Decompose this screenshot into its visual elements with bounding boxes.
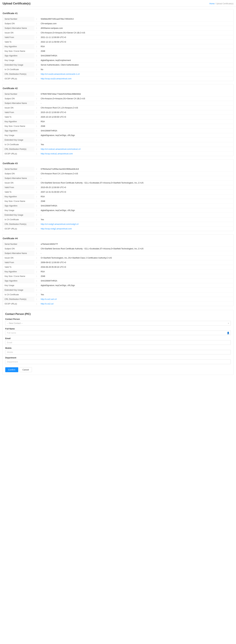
table-row: Is CA Certificate:Yes bbox=[3, 217, 233, 222]
table-row: Subject Alternative Name:- bbox=[3, 101, 233, 106]
table-row: Extended Key Usage:- bbox=[3, 213, 233, 217]
cert-4-field-11-colon: : bbox=[34, 292, 39, 297]
cert-1-field-7-colon: : bbox=[34, 49, 39, 54]
cancel-button[interactable]: Cancel bbox=[20, 367, 32, 372]
cert-3-field-2-value: - bbox=[39, 176, 233, 181]
table-row: Is CA Certificate:Yes bbox=[3, 292, 233, 297]
contact-person-select[interactable]: -- New Contact -- bbox=[5, 321, 231, 326]
table-row: Serial Number:50d0bb285f73351ae076bc7455… bbox=[3, 17, 233, 21]
cert-4-field-2-label: Subject Alternative Name bbox=[3, 251, 34, 256]
cert-4-field-4-colon: : bbox=[34, 260, 39, 265]
cert-3-field-10-label: Extended Key Usage bbox=[3, 213, 34, 217]
cert-2-field-0-colon: : bbox=[34, 92, 39, 96]
cert-4-field-1-label: Subject DN bbox=[3, 246, 34, 251]
cert-4-field-13-value[interactable]: http://o.ss2.us/ bbox=[39, 302, 233, 306]
cert-1-field-3-label: Issuer DN bbox=[3, 30, 34, 35]
cert-1-field-0-label: Serial Number bbox=[3, 17, 34, 21]
cert-1-field-12-colon: : bbox=[34, 72, 39, 76]
cert-4-field-12-value[interactable]: http://s.ss2.us/r.crl bbox=[39, 297, 233, 302]
cert-1-field-2-colon: : bbox=[34, 26, 39, 30]
cert-3-field-12-value[interactable]: http://crl.rootg2.amazontrust.com/rootg2… bbox=[39, 222, 233, 226]
confirm-button[interactable]: Confirm bbox=[5, 367, 18, 372]
cert-3-field-9-label: Key Usage bbox=[3, 208, 34, 213]
cert-1-field-12-value[interactable]: http://crl.sca1b.amazontrust.com/sca1b-1… bbox=[39, 72, 233, 76]
table-row: OCSP URL(s):http://ocsp.rootg2.amazontru… bbox=[3, 226, 233, 231]
cert-4-field-8-value: SHA256WITHRSA bbox=[39, 278, 233, 283]
cert-2-field-6-label: Key Algorithm bbox=[3, 119, 34, 124]
cert-3-field-13-link[interactable]: http://ocsp.rootg2.amazontrust.com bbox=[41, 228, 72, 230]
cert-3-field-1-label: Subject DN bbox=[3, 172, 34, 176]
mobile-input[interactable] bbox=[5, 350, 231, 354]
table-row: Valid To:2034-06-28 05:39:16 UTC+0 bbox=[3, 265, 233, 270]
table-row: Issuer DN:CN=Starfield Services Root Cer… bbox=[3, 181, 233, 185]
cert-2-field-7-value: 2048 bbox=[39, 124, 233, 128]
table-row: Subject DN:CN=Amazon Root CA 1,O=Amazon,… bbox=[3, 172, 233, 176]
cert-3-field-8-value: SHA256WITHRSA bbox=[39, 204, 233, 208]
breadcrumb-separator: / bbox=[215, 2, 216, 5]
cert-4-field-7-colon: : bbox=[34, 274, 39, 278]
cert-1-field-11-value: No bbox=[39, 67, 233, 72]
mobile-group: Mobile bbox=[5, 347, 231, 354]
table-row: Key Size / Curve Name:2048 bbox=[3, 124, 233, 128]
cert-1-field-5-colon: : bbox=[34, 40, 39, 44]
cert-4-field-10-colon: : bbox=[34, 288, 39, 292]
table-row: Key Algorithm:RSA bbox=[3, 270, 233, 274]
cert-2-field-13-link[interactable]: http://ocsp.rootca1.amazontrust.com bbox=[41, 152, 73, 155]
cert-3-field-12-link[interactable]: http://crl.rootg2.amazontrust.com/rootg2… bbox=[41, 223, 78, 225]
cert-2-field-12-link[interactable]: http://crl.rootca1.amazontrust.com/rootc… bbox=[41, 148, 80, 150]
table-row: CRL Distribution Point(s):http://crl.roo… bbox=[3, 222, 233, 226]
department-input[interactable] bbox=[5, 360, 231, 364]
cert-4-field-0-label: Serial Number bbox=[3, 242, 34, 246]
table-row: Key Usage:digitalSignature, keyCertSign,… bbox=[3, 283, 233, 288]
cert-1-field-6-label: Key Algorithm bbox=[3, 44, 34, 49]
cert-2-field-12-value[interactable]: http://crl.rootca1.amazontrust.com/rootc… bbox=[39, 147, 233, 152]
cert-1-field-3-value: CN=Amazon,O=Amazon,OU=Server CA 1B,C=US bbox=[39, 30, 233, 35]
cert-3-field-4-colon: : bbox=[34, 185, 39, 190]
cert-2-field-2-colon: : bbox=[34, 101, 39, 106]
cert-1-field-13-value[interactable]: http://ocsp.sca1b.amazontrust.com bbox=[39, 76, 233, 81]
email-input[interactable] bbox=[5, 340, 231, 345]
cert-1-field-11-label: Is CA Certificate bbox=[3, 67, 34, 72]
table-row: OCSP URL(s):http://ocsp.sca1b.amazontrus… bbox=[3, 76, 233, 81]
table-row: Key Algorithm:RSA bbox=[3, 194, 233, 199]
cert-4-field-1-value: CN=Starfield Services Root Certificate A… bbox=[39, 246, 233, 251]
cert-1-field-4-colon: : bbox=[34, 35, 39, 40]
table-row: OCSP URL(s):http://ocsp.rootca1.amazontr… bbox=[3, 152, 233, 156]
cert-2-field-13-value[interactable]: http://ocsp.rootca1.amazontrust.com bbox=[39, 152, 233, 156]
cert-4-field-8-label: Sign Algorithm bbox=[3, 278, 34, 283]
cert-1-field-13-link[interactable]: http://ocsp.sca1b.amazontrust.com bbox=[41, 78, 71, 80]
table-row: Sign Algorithm:SHA256WITHRSA bbox=[3, 128, 233, 133]
cert-3-field-0-label: Serial Number bbox=[3, 167, 34, 172]
cert-4-field-12-link[interactable]: http://s.ss2.us/r.crl bbox=[41, 298, 57, 300]
cert-3-field-13-value[interactable]: http://ocsp.rootg2.amazontrust.com bbox=[39, 226, 233, 231]
cert-1-field-12-link[interactable]: http://crl.sca1b.amazontrust.com/sca1b-1… bbox=[41, 73, 79, 75]
cert-3-field-12-colon: : bbox=[34, 222, 39, 226]
certificates-container: Certificate #1Serial Number:50d0bb285f73… bbox=[3, 9, 233, 306]
cert-1-field-5-value: 2022-12-10 11:59:59 UTC+0 bbox=[39, 40, 233, 44]
breadcrumb-home[interactable]: Home bbox=[209, 2, 214, 5]
cert-3-field-6-label: Key Algorithm bbox=[3, 194, 34, 199]
cert-4-field-11-label: Is CA Certificate bbox=[3, 292, 34, 297]
contact-person-group: Contact Person -- New Contact -- ▼ bbox=[5, 318, 231, 326]
cert-2-field-10-colon: : bbox=[34, 138, 39, 142]
cert-1-field-1-value: CN=sertpass.com bbox=[39, 21, 233, 26]
fullname-input[interactable] bbox=[5, 330, 231, 335]
table-row: Valid From:2021-11-11 12:00:00 UTC+0 bbox=[3, 35, 233, 40]
cert-3-field-7-label: Key Size / Curve Name bbox=[3, 199, 34, 204]
cert-4-field-13-link[interactable]: http://o.ss2.us/ bbox=[41, 303, 53, 305]
cert-4-field-10-value: - bbox=[39, 288, 233, 292]
cert-3-field-2-label: Subject Alternative Name bbox=[3, 176, 34, 181]
cert-1-field-11-colon: : bbox=[34, 67, 39, 72]
table-row: Serial Number:67f94578587e8ac77deb253325… bbox=[3, 92, 233, 96]
cert-2-field-3-label: Issuer DN bbox=[3, 106, 34, 110]
cert-3-field-5-colon: : bbox=[34, 190, 39, 194]
cert-1-field-0-colon: : bbox=[34, 17, 39, 21]
cert-4-field-9-label: Key Usage bbox=[3, 283, 34, 288]
table-row: Valid To:2022-12-10 11:59:59 UTC+0 bbox=[3, 40, 233, 44]
table-row: Serial Number:a70e4a4c3482b77f bbox=[3, 242, 233, 246]
cert-1-field-10-value: Server Authentication, Client Authentica… bbox=[39, 63, 233, 67]
cert-3-field-3-colon: : bbox=[34, 181, 39, 185]
table-row: CRL Distribution Point(s):http://s.ss2.u… bbox=[3, 297, 233, 302]
table-row: Extended Key Usage:Server Authentication… bbox=[3, 63, 233, 67]
cert-3-field-3-value: CN=Starfield Services Root Certificate A… bbox=[39, 181, 233, 185]
